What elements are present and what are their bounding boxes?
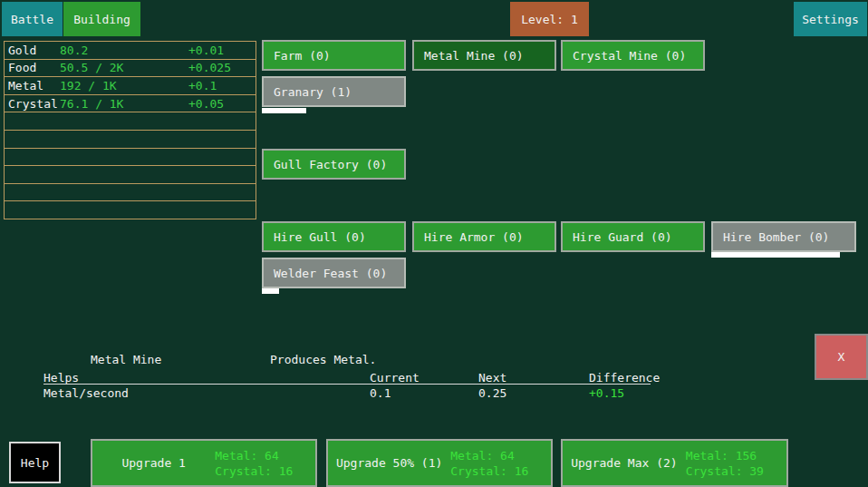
resource-row-gold: Gold 80.2 +0.01	[5, 42, 256, 60]
resource-row-empty	[5, 166, 256, 184]
upgrade-50pct-label: Upgrade 50% (1)	[328, 441, 450, 485]
resource-row-empty	[5, 149, 256, 167]
detail-row-next: 0.25	[478, 386, 506, 400]
detail-header-difference: Difference	[589, 371, 660, 385]
hire-guard-button[interactable]: Hire Guard (0)	[561, 221, 705, 252]
upgrade-cost-crystal: Crystal: 39	[686, 463, 786, 479]
tab-building[interactable]: Building	[63, 2, 140, 36]
resource-name: Metal	[5, 79, 60, 93]
upgrade-1-costs: Metal: 64 Crystal: 16	[215, 441, 315, 485]
upgrade-1-button[interactable]: Upgrade 1 Metal: 64 Crystal: 16	[91, 439, 317, 487]
hire-bomber-progress-fill	[711, 252, 840, 258]
resource-row-crystal: Crystal 76.1 / 1K +0.05	[5, 95, 256, 113]
upgrade-cost-metal: Metal: 156	[686, 448, 786, 463]
detail-header-next: Next	[478, 371, 506, 385]
resource-row-empty	[5, 184, 256, 202]
resource-name: Gold	[5, 44, 60, 57]
resource-rate: +0.025	[188, 61, 231, 74]
welder-feast-progress-fill	[262, 288, 279, 294]
resource-row-empty	[5, 201, 256, 219]
resource-value: 80.2	[60, 44, 188, 57]
upgrade-max-button[interactable]: Upgrade Max (2) Metal: 156 Crystal: 39	[561, 439, 788, 487]
game-screen: Battle Building Level: 1 Settings Gold 8…	[0, 0, 868, 487]
hire-bomber-button[interactable]: Hire Bomber (0)	[711, 221, 856, 252]
upgrade-1-label: Upgrade 1	[92, 441, 215, 485]
resource-name: Food	[5, 61, 60, 74]
hire-armor-button[interactable]: Hire Armor (0)	[412, 221, 556, 252]
resource-rate: +0.05	[188, 97, 224, 111]
settings-button[interactable]: Settings	[794, 2, 867, 36]
upgrade-max-costs: Metal: 156 Crystal: 39	[686, 441, 786, 485]
upgrade-cost-crystal: Crystal: 16	[450, 463, 551, 479]
resource-value: 50.5 / 2K	[60, 61, 188, 74]
resource-rate: +0.1	[188, 79, 217, 93]
detail-header-current: Current	[370, 371, 420, 385]
detail-title: Metal Mine	[91, 353, 161, 366]
granary-progress-bar	[262, 108, 406, 113]
detail-row-difference: +0.15	[589, 386, 624, 400]
upgrade-50pct-button[interactable]: Upgrade 50% (1) Metal: 64 Crystal: 16	[326, 439, 553, 487]
detail-header-helps: Helps	[43, 371, 79, 385]
resource-name: Crystal	[5, 97, 60, 111]
upgrade-cost-metal: Metal: 64	[215, 448, 315, 463]
building-gull-factory-button[interactable]: Gull Factory (0)	[262, 149, 406, 180]
resource-value: 76.1 / 1K	[60, 97, 188, 111]
detail-description: Produces Metal.	[270, 353, 376, 366]
hire-gull-button[interactable]: Hire Gull (0)	[262, 221, 406, 252]
welder-feast-progress-bar	[262, 288, 406, 294]
upgrade-cost-metal: Metal: 64	[450, 448, 551, 463]
building-metal-mine-button[interactable]: Metal Mine (0)	[412, 40, 556, 71]
hire-bomber-progress-bar	[711, 252, 856, 258]
resource-row-empty	[5, 112, 256, 131]
resource-value: 192 / 1K	[60, 79, 188, 93]
upgrade-cost-crystal: Crystal: 16	[215, 463, 315, 479]
help-button[interactable]: Help	[9, 442, 61, 483]
granary-progress-fill	[262, 108, 306, 113]
tab-battle[interactable]: Battle	[2, 2, 63, 36]
resource-table: Gold 80.2 +0.01 Food 50.5 / 2K +0.025 Me…	[4, 41, 256, 219]
detail-header-underline	[43, 384, 651, 385]
level-indicator[interactable]: Level: 1	[510, 2, 589, 36]
resource-rate: +0.01	[188, 44, 224, 57]
building-crystal-mine-button[interactable]: Crystal Mine (0)	[561, 40, 705, 71]
resource-row-empty	[5, 131, 256, 149]
resource-row-metal: Metal 192 / 1K +0.1	[5, 77, 256, 95]
welder-feast-button[interactable]: Welder Feast (0)	[262, 258, 406, 288]
building-farm-button[interactable]: Farm (0)	[262, 40, 406, 71]
building-granary-button[interactable]: Granary (1)	[262, 76, 406, 107]
resource-row-food: Food 50.5 / 2K +0.025	[5, 60, 256, 78]
upgrade-50pct-costs: Metal: 64 Crystal: 16	[450, 441, 551, 485]
detail-row-current: 0.1	[370, 386, 391, 400]
upgrade-max-label: Upgrade Max (2)	[563, 441, 686, 485]
detail-row-stat: Metal/second	[43, 386, 129, 400]
close-button[interactable]: X	[815, 334, 868, 380]
